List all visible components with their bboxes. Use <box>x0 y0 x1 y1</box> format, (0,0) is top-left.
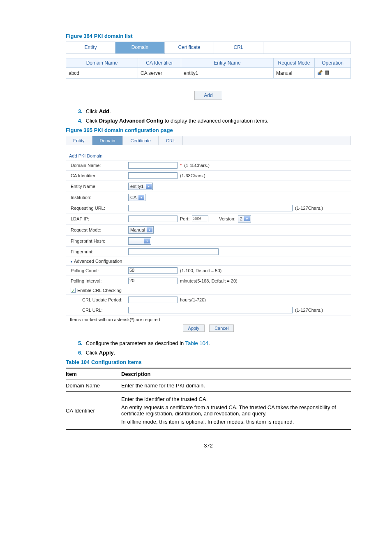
cfg-tab-filler <box>183 136 351 145</box>
entity-name-select[interactable]: entity1▾ <box>128 183 153 190</box>
fingerprint-hash-label: Fingerprint Hash: <box>71 239 128 243</box>
cell-ca: CA server <box>138 68 181 79</box>
domain-name-input[interactable] <box>128 162 178 169</box>
ca-identifier-input[interactable] <box>128 172 178 179</box>
port-label: Port: <box>180 216 189 221</box>
request-mode-select[interactable]: Manual▾ <box>128 226 154 234</box>
polling-interval-note: minutes(5-168, Default = 20) <box>180 278 238 283</box>
cfg-tab-crl[interactable]: CRL <box>159 136 183 145</box>
header-item: Item <box>66 368 121 380</box>
polling-count-label: Polling Count: <box>71 268 128 273</box>
tab-filler <box>263 42 350 53</box>
col-request-mode: Request Mode <box>274 58 315 68</box>
row1-desc: Enter the name for the PKI domain. <box>121 380 351 392</box>
cell-domain: abcd <box>66 68 138 79</box>
cfg-tab-domain[interactable]: Domain <box>92 136 123 145</box>
step-5: 5.Configure the parameters as described … <box>78 340 351 346</box>
fingerprint-input[interactable] <box>128 248 219 255</box>
col-ca-identifier: CA Identifier <box>138 58 181 68</box>
svg-rect-5 <box>325 71 329 72</box>
cell-entity: entity1 <box>181 68 274 79</box>
page-number: 372 <box>66 443 351 449</box>
cfg-tab-entity[interactable]: Entity <box>66 136 92 145</box>
apply-button[interactable]: Apply <box>183 324 205 332</box>
tab-certificate[interactable]: Certificate <box>165 42 214 53</box>
asterisk-note: Items marked with an asterisk(*) are req… <box>66 315 351 324</box>
row1-item: Domain Name <box>66 380 121 392</box>
cancel-button[interactable]: Cancel <box>209 324 234 332</box>
pki-tabs: Entity Domain Certificate CRL <box>66 42 351 54</box>
ldap-ip-label: LDAP IP: <box>71 216 128 221</box>
domain-list-table: Domain Name CA Identifier Entity Name Re… <box>66 58 351 79</box>
tab-crl[interactable]: CRL <box>214 42 263 53</box>
requesting-url-label: Requesting URL: <box>71 206 128 211</box>
chevron-down-icon: ▾ <box>146 184 152 189</box>
pki-config-form: Entity Domain Certificate CRL Add PKI Do… <box>66 136 351 332</box>
enable-crl-checkbox[interactable]: ✓ <box>71 288 76 293</box>
request-mode-label: Request Mode: <box>71 227 128 232</box>
version-label: Version: <box>219 216 235 221</box>
ca-identifier-note: (1-63Chars.) <box>180 173 205 178</box>
step-4: 4.Click Display Advanced Config to displ… <box>78 118 351 124</box>
row2-desc: Enter the identifier of the trusted CA. … <box>121 392 351 430</box>
table-104-link[interactable]: Table 104 <box>185 340 208 346</box>
step-6: 6.Click Apply. <box>78 350 351 356</box>
polling-count-input[interactable]: 50 <box>128 267 178 274</box>
crl-update-period-label: CRL Update Period: <box>71 297 128 302</box>
polling-interval-label: Polling Interval: <box>71 278 128 283</box>
config-tabs: Entity Domain Certificate CRL <box>66 136 351 145</box>
tab-domain[interactable]: Domain <box>115 42 165 53</box>
fingerprint-label: Fingerprint: <box>71 249 128 254</box>
cell-ops <box>315 68 351 79</box>
requesting-url-note: (1-127Chars.) <box>295 206 323 211</box>
col-entity-name: Entity Name <box>181 58 274 68</box>
institution-label: Institution: <box>71 195 128 200</box>
chevron-down-icon: ▼ <box>70 260 73 264</box>
requesting-url-input[interactable] <box>128 205 293 211</box>
domain-name-label: Domain Name: <box>71 163 128 168</box>
required-mark: * <box>180 163 182 168</box>
header-description: Description <box>121 368 351 380</box>
tab-entity[interactable]: Entity <box>66 42 115 53</box>
version-select[interactable]: 2▾ <box>238 215 251 222</box>
enable-crl-label: Enable CRL Checking <box>77 288 122 293</box>
figure-364-title: Figure 364 PKI domain list <box>66 33 351 39</box>
crl-update-period-note: hours(1-720) <box>180 297 206 302</box>
fingerprint-hash-select[interactable]: ▾ <box>128 237 151 245</box>
crl-url-input[interactable] <box>128 307 293 313</box>
port-input[interactable]: 389 <box>192 216 208 222</box>
add-button[interactable]: Add <box>194 91 222 100</box>
add-pki-domain-heading: Add PKI Domain <box>69 153 351 158</box>
advanced-config-toggle[interactable]: ▼Advanced Configuration <box>66 257 351 266</box>
ldap-ip-input[interactable] <box>128 216 178 222</box>
institution-select[interactable]: CA▾ <box>128 194 145 201</box>
row2-item: CA Identifier <box>66 392 121 430</box>
polling-interval-input[interactable]: 20 <box>128 278 178 284</box>
step-3: 3.Click Add. <box>78 108 351 114</box>
domain-name-note: (1-15Chars.) <box>184 163 210 168</box>
figure-365-title: Figure 365 PKI domain configuration page <box>66 127 351 133</box>
table-row: abcd CA server entity1 Manual <box>66 68 351 79</box>
crl-url-note: (1-127Chars.) <box>295 308 323 313</box>
cell-mode: Manual <box>274 68 315 79</box>
table-104-title: Table 104 Configuration items <box>66 359 351 365</box>
edit-icon[interactable] <box>317 71 323 76</box>
crl-url-label: CRL URL: <box>71 308 128 313</box>
delete-icon[interactable] <box>324 71 330 76</box>
chevron-down-icon: ▾ <box>138 195 144 200</box>
ca-identifier-label: CA Identifier: <box>71 173 128 178</box>
col-domain-name: Domain Name <box>66 58 138 68</box>
col-operation: Operation <box>315 58 351 68</box>
chevron-down-icon: ▾ <box>147 227 152 232</box>
polling-count-note: (1-100, Default = 50) <box>180 268 221 273</box>
chevron-down-icon: ▾ <box>244 216 250 221</box>
chevron-down-icon: ▾ <box>144 239 150 243</box>
entity-name-label: Entity Name: <box>71 184 128 189</box>
cfg-tab-certificate[interactable]: Certificate <box>123 136 159 145</box>
config-items-table: Item Description Domain Name Enter the n… <box>66 368 351 430</box>
crl-update-period-input[interactable] <box>128 297 178 303</box>
